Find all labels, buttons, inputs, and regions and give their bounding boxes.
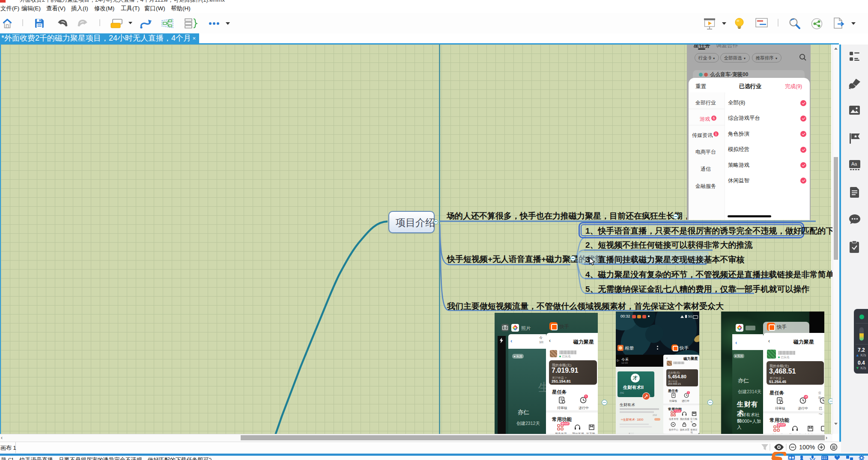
- svg-text:Aa: Aa: [851, 161, 857, 166]
- svg-text:100%: 100%: [799, 444, 815, 451]
